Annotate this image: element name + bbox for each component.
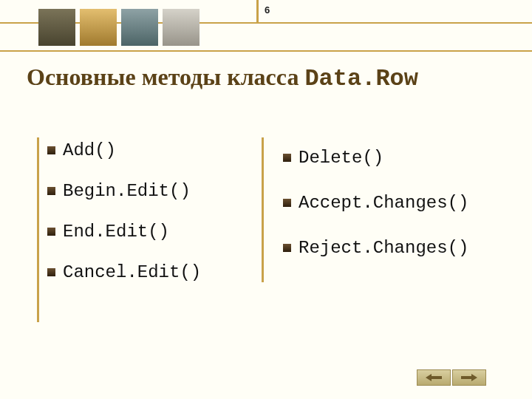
decorative-squares bbox=[38, 9, 200, 46]
arrow-right-icon bbox=[461, 374, 477, 381]
list-item: Accept.Changes() bbox=[283, 193, 468, 213]
title-text: Основные методы класса bbox=[27, 64, 304, 90]
square-bullet-icon bbox=[283, 199, 291, 207]
methods-column-left: Add() Begin.Edit() End.Edit() Cancel.Edi… bbox=[47, 137, 262, 282]
square-bullet-icon bbox=[283, 154, 291, 162]
method-name: Cancel.Edit() bbox=[63, 262, 201, 282]
nav-arrows bbox=[417, 369, 486, 386]
method-name: Add() bbox=[63, 140, 116, 160]
list-item: Delete() bbox=[283, 148, 468, 168]
list-item: Add() bbox=[47, 140, 262, 160]
deco-square bbox=[38, 9, 75, 46]
list-item: Cancel.Edit() bbox=[47, 262, 262, 282]
list-item: Begin.Edit() bbox=[47, 181, 262, 201]
prev-button[interactable] bbox=[417, 369, 451, 386]
methods-column-right: Delete() Accept.Changes() Reject.Changes… bbox=[262, 137, 468, 282]
deco-square bbox=[121, 9, 158, 46]
method-name: Begin.Edit() bbox=[63, 181, 191, 201]
content-area: Add() Begin.Edit() End.Edit() Cancel.Edi… bbox=[47, 137, 502, 282]
list-item: Reject.Changes() bbox=[283, 238, 468, 258]
title-rule bbox=[0, 50, 532, 52]
arrow-left-icon bbox=[426, 374, 442, 381]
square-bullet-icon bbox=[283, 244, 291, 252]
next-button[interactable] bbox=[452, 369, 486, 386]
left-column-rule bbox=[37, 137, 39, 322]
header-divider-vertical bbox=[256, 0, 259, 22]
svg-marker-0 bbox=[426, 374, 442, 381]
slide-title: Основные методы класса Data.Row bbox=[27, 64, 418, 92]
list-item: End.Edit() bbox=[47, 222, 262, 242]
method-name: Reject.Changes() bbox=[299, 238, 468, 258]
square-bullet-icon bbox=[47, 268, 55, 276]
square-bullet-icon bbox=[47, 146, 55, 154]
method-name: End.Edit() bbox=[63, 222, 169, 242]
method-name: Accept.Changes() bbox=[299, 193, 468, 213]
method-name: Delete() bbox=[299, 148, 383, 168]
square-bullet-icon bbox=[47, 187, 55, 195]
page-number: 6 bbox=[265, 4, 270, 16]
svg-marker-1 bbox=[461, 374, 477, 381]
deco-square bbox=[80, 9, 117, 46]
square-bullet-icon bbox=[47, 228, 55, 236]
deco-square bbox=[163, 9, 200, 46]
title-code: Data.Row bbox=[304, 65, 418, 92]
